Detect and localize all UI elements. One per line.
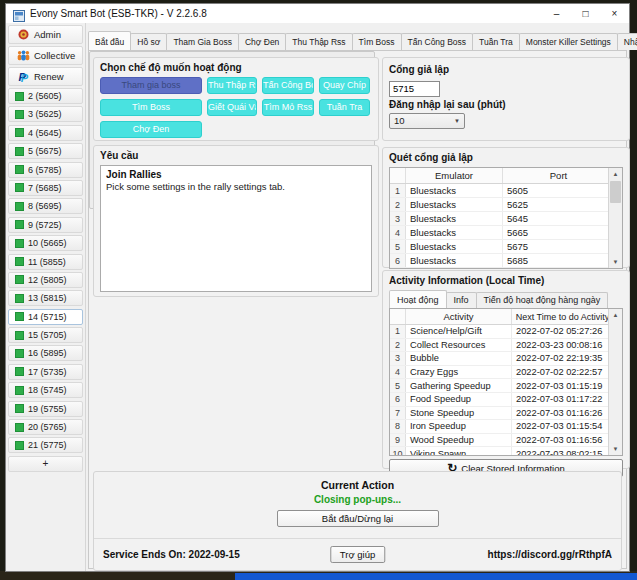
account-status-icon bbox=[15, 423, 24, 432]
activity-table-body: 1Science/Help/Gift2022-07-02 05:27:262Co… bbox=[390, 325, 622, 456]
account-item[interactable]: 8 (5695) bbox=[8, 198, 83, 214]
scrollbar-thumb[interactable] bbox=[610, 181, 621, 203]
account-item[interactable]: 6 (5785) bbox=[8, 162, 83, 178]
account-label: 11 (5855) bbox=[28, 257, 66, 267]
table-row[interactable]: 9Wood Speedup2022-07-03 01:16:56 bbox=[390, 434, 622, 448]
account-item[interactable]: 18 (5745) bbox=[8, 382, 83, 398]
account-item[interactable]: 10 (5665) bbox=[8, 235, 83, 251]
title-bar: Evony Smart Bot (ESB-TKR) - V 2.2.6.8 – … bbox=[6, 4, 629, 23]
activity-tab-ho-t-ng[interactable]: Hoạt động bbox=[389, 290, 447, 308]
account-item[interactable]: 2 (5605) bbox=[8, 88, 83, 104]
table-row[interactable]: 6Food Speedup2022-07-03 01:17:22 bbox=[390, 393, 622, 407]
close-button[interactable]: × bbox=[600, 4, 629, 23]
help-button[interactable]: Trợ giúp bbox=[330, 546, 385, 563]
emulator-table[interactable]: Emulator Port 1Bluestacks56052Bluestacks… bbox=[389, 167, 623, 269]
start-stop-button[interactable]: Bắt đầu/Dừng lại bbox=[277, 510, 439, 527]
row-number: 5 bbox=[390, 240, 406, 253]
activity-table[interactable]: Activity Next Time to do Activity 1Scien… bbox=[389, 308, 623, 456]
account-item[interactable]: 4 (5645) bbox=[8, 125, 83, 141]
minimize-button[interactable]: – bbox=[542, 4, 571, 23]
scroll-down-icon[interactable]: ▼ bbox=[613, 443, 619, 455]
tab-b-t-u[interactable]: Bắt đầu bbox=[88, 31, 131, 50]
table-row[interactable]: 2Bluestacks5625 bbox=[390, 198, 622, 212]
scroll-up-icon[interactable]: ▲ bbox=[613, 168, 619, 180]
requirement-item-title: Join Rallies bbox=[106, 169, 366, 180]
account-list: 2 (5605)3 (5625)4 (5645)5 (5675)6 (5785)… bbox=[8, 88, 83, 453]
account-item[interactable]: 5 (5675) bbox=[8, 143, 83, 159]
tab-content: Chọn chế độ muốn hoạt động Tham gia boss… bbox=[88, 50, 627, 569]
window-title: Evony Smart Bot (ESB-TKR) - V 2.2.6.8 bbox=[30, 8, 207, 19]
table-row[interactable]: 5Gathering Speedup2022-07-03 01:15:19 bbox=[390, 379, 622, 393]
sidebar-button-renew[interactable]: PPRenew bbox=[8, 67, 83, 86]
add-account-button[interactable]: + bbox=[8, 456, 83, 472]
account-item[interactable]: 14 (5715) bbox=[8, 309, 83, 325]
account-item[interactable]: 17 (5735) bbox=[8, 364, 83, 380]
account-status-icon bbox=[15, 183, 24, 192]
table-row[interactable]: 1Bluestacks5605 bbox=[390, 184, 622, 198]
account-item[interactable]: 16 (5895) bbox=[8, 345, 83, 361]
table-row[interactable]: 7Stone Speedup2022-07-03 01:16:26 bbox=[390, 407, 622, 421]
tab-tham-gia-boss[interactable]: Tham Gia Boss bbox=[166, 33, 239, 50]
account-item[interactable]: 7 (5685) bbox=[8, 180, 83, 196]
tab-tu-n-tra[interactable]: Tuần Tra bbox=[472, 33, 520, 50]
sidebar-button-collective[interactable]: Collective bbox=[8, 46, 83, 65]
mode-button-t-m-m-rss[interactable]: Tìm Mỏ Rss bbox=[262, 99, 314, 116]
scroll-down-icon[interactable]: ▼ bbox=[613, 256, 619, 268]
maximize-button[interactable]: □ bbox=[571, 4, 600, 23]
activity-tab-info[interactable]: Info bbox=[446, 292, 477, 308]
account-item[interactable]: 13 (5815) bbox=[8, 290, 83, 306]
sidebar-button-label: Collective bbox=[34, 50, 75, 61]
mode-button-t-m-boss[interactable]: Tìm Boss bbox=[100, 99, 202, 116]
mode-button-tham-gia-boss[interactable]: Tham gia boss bbox=[100, 77, 202, 94]
table-row[interactable]: 4Crazy Eggs2022-07-02 02:22:57 bbox=[390, 366, 622, 380]
account-item[interactable]: 11 (5855) bbox=[8, 254, 83, 270]
activity-table-scrollbar[interactable]: ▲ ▼ bbox=[608, 309, 622, 455]
table-row[interactable]: 3Bluestacks5645 bbox=[390, 212, 622, 226]
account-item[interactable]: 15 (5705) bbox=[8, 327, 83, 343]
current-action-status: Closing pop-ups... bbox=[314, 494, 401, 505]
account-item[interactable]: 9 (5725) bbox=[8, 217, 83, 233]
table-cell: 2022-07-03 08:02:15 bbox=[512, 447, 614, 456]
account-item[interactable]: 21 (5775) bbox=[8, 437, 83, 453]
account-item[interactable]: 3 (5625) bbox=[8, 106, 83, 122]
relogin-select[interactable]: 10 ▼ bbox=[389, 113, 465, 129]
table-row[interactable]: 7Bluestacks5695 bbox=[390, 268, 622, 269]
tab-bar: Bắt đầuHồ sơTham Gia BossChợ ĐenThu Thập… bbox=[86, 23, 629, 50]
tab-t-m-boss[interactable]: Tìm Boss bbox=[352, 33, 402, 50]
mode-selection-group: Chọn chế độ muốn hoạt động Tham gia boss… bbox=[93, 57, 379, 141]
table-row[interactable]: 1Science/Help/Gift2022-07-02 05:27:26 bbox=[390, 325, 622, 339]
mode-button-tu-n-tra[interactable]: Tuần Tra bbox=[319, 99, 370, 116]
table-row[interactable]: 5Bluestacks5675 bbox=[390, 240, 622, 254]
tab-t-n-c-ng-boss[interactable]: Tấn Công Boss bbox=[401, 33, 474, 50]
table-cell: 2022-03-23 00:08:16 bbox=[512, 339, 614, 352]
emulator-column-header: Emulator bbox=[406, 168, 503, 183]
account-item[interactable]: 12 (5805) bbox=[8, 272, 83, 288]
account-label: 4 (5645) bbox=[28, 128, 62, 138]
scroll-up-icon[interactable]: ▲ bbox=[613, 309, 619, 321]
mode-button-thu-th-p-rss[interactable]: Thu Thập Rss bbox=[207, 77, 257, 94]
mode-button-gi-t-qu-i-v-t[interactable]: Giết Quái Vật bbox=[207, 99, 257, 116]
mode-button-ch-en[interactable]: Chợ Đen bbox=[100, 121, 202, 138]
table-row[interactable]: 10Viking Spawn2022-07-03 08:02:15 bbox=[390, 447, 622, 456]
tab-h-s[interactable]: Hồ sơ bbox=[130, 33, 167, 50]
account-status-icon bbox=[15, 331, 24, 340]
tab-ch-en[interactable]: Chợ Đen bbox=[238, 33, 286, 50]
table-row[interactable]: 6Bluestacks5685 bbox=[390, 254, 622, 268]
emulator-table-scrollbar[interactable]: ▲ ▼ bbox=[608, 168, 622, 268]
row-number: 1 bbox=[390, 184, 406, 197]
table-row[interactable]: 2Collect Resources2022-03-23 00:08:16 bbox=[390, 339, 622, 353]
mode-button-t-n-c-ng-boss[interactable]: Tấn Công Boss bbox=[262, 77, 314, 94]
mode-button-quay-ch-p[interactable]: Quay Chíp bbox=[319, 77, 370, 94]
tab-nh-t-k[interactable]: Nhật Ký bbox=[617, 33, 637, 50]
activity-tab-ti-n-ho-t-ng-h-ng-ng-y[interactable]: Tiến độ hoạt động hàng ngày bbox=[476, 292, 609, 308]
table-row[interactable]: 8Iron Speedup2022-07-03 01:15:54 bbox=[390, 420, 622, 434]
table-row[interactable]: 3Bubble2022-07-02 22:19:35 bbox=[390, 352, 622, 366]
account-item[interactable]: 20 (5765) bbox=[8, 419, 83, 435]
discord-link[interactable]: https://discord.gg/rRthpfA bbox=[488, 549, 612, 560]
tab-thu-th-p-rss[interactable]: Thu Thập Rss bbox=[285, 33, 352, 50]
tab-monster-killer-settings[interactable]: Monster Killer Settings bbox=[519, 33, 618, 50]
account-item[interactable]: 19 (5755) bbox=[8, 401, 83, 417]
port-input[interactable] bbox=[389, 81, 440, 97]
table-row[interactable]: 4Bluestacks5665 bbox=[390, 226, 622, 240]
sidebar-button-admin[interactable]: Admin bbox=[8, 25, 83, 44]
